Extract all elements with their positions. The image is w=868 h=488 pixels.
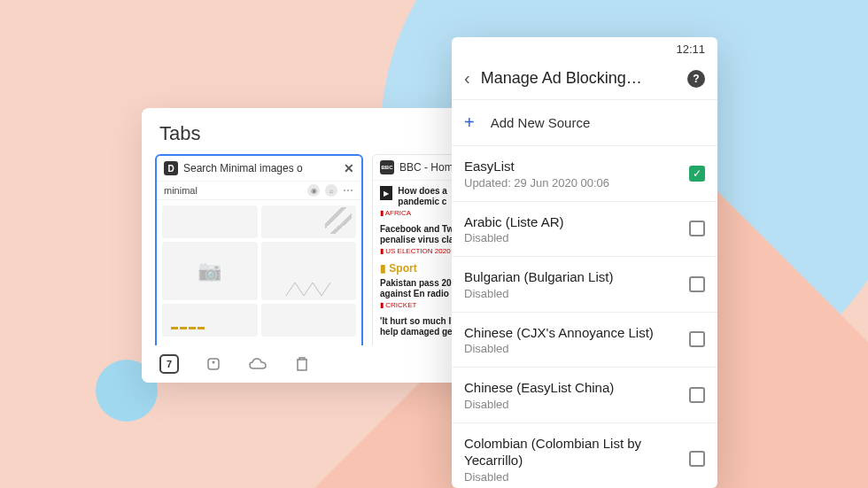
close-icon[interactable]: ✕	[344, 161, 354, 175]
favicon-icon: D	[164, 161, 178, 175]
tab-count-button[interactable]: 7	[159, 354, 179, 374]
page-title: Manage Ad Blocking…	[481, 69, 677, 88]
thumbnail[interactable]	[162, 304, 258, 337]
source-sub: Disabled	[464, 287, 680, 300]
add-source-button[interactable]: + Add New Source	[452, 100, 717, 146]
source-item[interactable]: Chinese (EasyList China)Disabled	[452, 368, 717, 423]
source-name: EasyList	[464, 158, 680, 175]
source-name: Colombian (Colombian List by Yecarrillo)	[464, 435, 680, 469]
source-sub: Disabled	[464, 398, 680, 411]
back-icon[interactable]: ‹	[464, 68, 470, 89]
search-term: minimal	[164, 185, 302, 196]
status-bar: 12:11	[452, 37, 717, 61]
incognito-icon[interactable]	[204, 354, 223, 374]
image-grid	[157, 200, 361, 342]
search-row: minimal ◉ ⌕ ⋯	[157, 182, 361, 200]
svg-point-1	[213, 361, 215, 364]
more-icon[interactable]: ⋯	[343, 184, 354, 197]
thumbnail[interactable]	[162, 205, 258, 238]
tab-card-active[interactable]: D Search Minimal images o ✕ minimal ◉ ⌕ …	[155, 154, 363, 351]
help-icon[interactable]: ?	[687, 70, 705, 88]
settings-window: 12:11 ‹ Manage Ad Blocking… ? + Add New …	[452, 37, 717, 488]
thumbnail[interactable]	[261, 304, 357, 337]
checkbox[interactable]	[689, 331, 705, 347]
source-sub: Disabled	[464, 342, 680, 355]
thumbnail[interactable]	[162, 242, 258, 301]
thumbnail[interactable]	[261, 205, 357, 238]
source-item[interactable]: Colombian (Colombian List by Yecarrillo)…	[452, 423, 717, 489]
thumbnail[interactable]	[261, 242, 357, 301]
checkbox[interactable]	[689, 221, 705, 236]
checkbox[interactable]	[689, 451, 705, 467]
search-icon[interactable]: ⌕	[325, 184, 337, 197]
checkbox[interactable]	[689, 387, 705, 403]
source-name: Bulgarian (Bulgarian List)	[464, 268, 680, 286]
source-sub: Disabled	[464, 470, 680, 484]
checkbox[interactable]	[689, 276, 705, 292]
plus-icon: +	[464, 112, 475, 133]
settings-header: ‹ Manage Ad Blocking… ?	[452, 61, 717, 100]
source-name: Chinese (CJX's Annoyance List)	[464, 324, 680, 342]
source-list: EasyListUpdated: 29 Jun 2020 00:06✓Arabi…	[452, 146, 717, 488]
tab-header: D Search Minimal images o ✕	[157, 156, 361, 182]
cloud-icon[interactable]	[248, 354, 267, 374]
source-item[interactable]: EasyListUpdated: 29 Jun 2020 00:06✓	[452, 146, 717, 202]
favicon-icon: BBC	[380, 160, 394, 174]
source-sub: Updated: 29 Jun 2020 00:06	[464, 176, 680, 190]
source-sub: Disabled	[464, 231, 680, 244]
checkbox[interactable]: ✓	[689, 166, 705, 182]
tab-title: Search Minimal images o	[183, 162, 338, 174]
play-icon[interactable]: ▶	[380, 186, 392, 200]
svg-rect-0	[208, 359, 219, 369]
add-label: Add New Source	[491, 115, 591, 130]
source-item[interactable]: Chinese (CJX's Annoyance List)Disabled	[452, 313, 717, 368]
source-name: Arabic (Liste AR)	[464, 213, 680, 231]
source-item[interactable]: Bulgarian (Bulgarian List)Disabled	[452, 257, 717, 313]
clock: 12:11	[676, 43, 705, 56]
source-name: Chinese (EasyList China)	[464, 379, 680, 397]
trash-icon[interactable]	[292, 354, 312, 374]
globe-icon[interactable]: ◉	[307, 184, 320, 197]
source-item[interactable]: Arabic (Liste AR)Disabled	[452, 202, 717, 258]
